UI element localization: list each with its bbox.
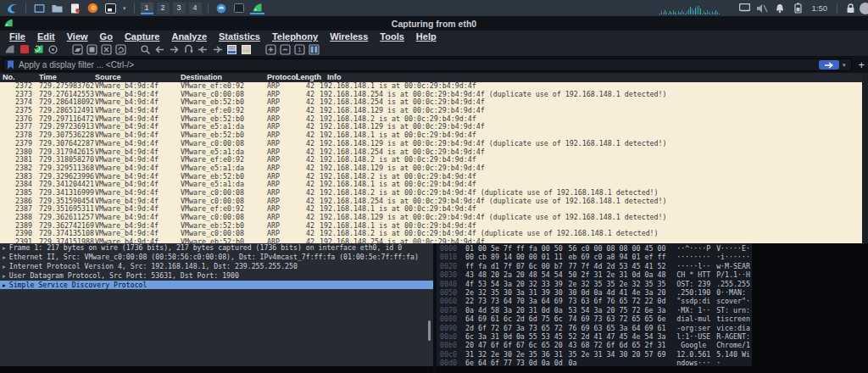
go-forward-button[interactable] <box>167 43 181 56</box>
main-toolbar: 1 <box>0 42 868 57</box>
clock: 1:50 <box>812 3 828 13</box>
workspace-4[interactable]: 4 <box>189 3 202 14</box>
menu-analyze[interactable]: Analyze <box>171 31 207 42</box>
screenshot-icon[interactable] <box>103 2 118 14</box>
menu-wireless[interactable]: Wireless <box>330 31 368 42</box>
bookmark-icon[interactable] <box>7 58 14 73</box>
hex-row[interactable]: 00404f 53 54 3a 20 32 33 392e 32 35 35 2… <box>437 280 752 288</box>
column-header-no[interactable]: No. <box>3 73 15 82</box>
text-editor-icon[interactable] <box>68 2 82 14</box>
save-capture-button[interactable] <box>85 43 99 56</box>
menu-edit[interactable]: Edit <box>37 31 55 42</box>
stop-capture-button[interactable] <box>17 43 31 56</box>
menu-file[interactable]: File <box>9 31 25 42</box>
detail-tree-row[interactable]: ▸Frame 1: 217 bytes on wire (1736 bits),… <box>0 243 433 253</box>
hex-row[interactable]: 00c031 32 2e 30 2e 35 36 3135 2e 31 34 3… <box>437 350 752 359</box>
menu-go[interactable]: Go <box>100 31 113 42</box>
go-back-button[interactable] <box>153 43 167 56</box>
auto-scroll-button[interactable] <box>225 43 239 56</box>
firefox-icon[interactable] <box>86 2 100 14</box>
column-header-destination[interactable]: Destination <box>181 73 222 82</box>
battery-icon[interactable] <box>791 2 805 14</box>
hex-row[interactable]: 00b020 47 6f 6f 67 6c 65 2043 68 72 6f 6… <box>437 341 752 349</box>
hex-row[interactable]: 00d06e 64 6f 77 73 0d 0a 0d0andows···· <box>437 359 752 366</box>
hex-row[interactable]: 00502e 32 35 30 3a 31 39 3030 0d 0a 4d 4… <box>437 288 752 297</box>
zoom-in-button[interactable] <box>264 43 278 56</box>
display-icon[interactable] <box>737 2 752 14</box>
taskbar-separator <box>134 3 135 14</box>
wireshark-icon[interactable] <box>250 2 264 14</box>
window-titlebar[interactable]: Capturing from eth0 <box>0 16 868 31</box>
expand-arrow-icon[interactable]: ▸ <box>3 281 6 289</box>
packet-details-pane: ▸Frame 1: 217 bytes on wire (1736 bits),… <box>0 243 433 366</box>
details-scrollbar[interactable] <box>428 320 431 341</box>
app-window-icon[interactable] <box>232 2 247 14</box>
workspace-1[interactable]: 1 <box>141 3 153 14</box>
detail-tree-row[interactable]: ▸Internet Protocol Version 4, Src: 192.1… <box>0 262 433 271</box>
go-last-button[interactable] <box>210 43 225 56</box>
kali-logo[interactable] <box>5 2 19 14</box>
close-capture-button[interactable] <box>99 43 114 56</box>
detail-tree-row[interactable]: ▸User Datagram Protocol, Src Port: 53631… <box>0 271 433 281</box>
bell-icon[interactable] <box>773 2 787 14</box>
menu-tools[interactable]: Tools <box>380 31 404 42</box>
column-header-length[interactable]: Length <box>296 73 321 82</box>
hex-row[interactable]: 00902d 6f 72 67 3a 73 65 7276 69 63 65 3… <box>437 324 752 332</box>
taskbar-separator <box>208 3 209 14</box>
detail-tree-row[interactable]: ▸Simple Service Discovery Protocol <box>0 281 433 290</box>
restart-capture-button[interactable] <box>31 43 46 56</box>
expand-arrow-icon[interactable]: ▸ <box>3 244 6 252</box>
detail-tree-row[interactable]: ▸Ethernet II, Src: VMware_c0:00:08 (00:5… <box>0 253 433 262</box>
capture-options-button[interactable] <box>46 43 60 56</box>
go-first-button[interactable] <box>196 43 210 56</box>
screenshot-dropdown-caret[interactable]: ▾ <box>123 5 126 12</box>
hex-row[interactable]: 003043 48 20 2a 20 48 54 5450 2f 31 2e 3… <box>437 270 752 279</box>
hex-row[interactable]: 000001 00 5e 7f ff fa 00 5056 c0 00 08 0… <box>437 244 752 253</box>
hex-row[interactable]: 006022 73 73 64 70 3a 64 6973 63 6f 76 6… <box>437 297 752 305</box>
apply-filter-button[interactable] <box>819 60 839 70</box>
hex-row[interactable]: 008064 69 61 6c 2d 6d 75 6c74 69 73 63 7… <box>437 315 752 323</box>
hex-row[interactable]: 00a06c 3a 31 0d 0a 55 53 4552 2d 41 47 4… <box>437 332 752 341</box>
hex-row[interactable]: 0020ff fa d1 7f 07 6c 00 b777 7f 4d 2d 5… <box>437 262 752 270</box>
workspace-2[interactable]: 2 <box>157 3 170 14</box>
reload-capture-button[interactable] <box>114 43 128 56</box>
column-header-protocol[interactable]: Protocol <box>267 73 298 82</box>
menu-statistics[interactable]: Statistics <box>219 31 260 42</box>
menu-capture[interactable]: Capture <box>125 31 160 42</box>
files-icon[interactable] <box>50 2 64 14</box>
user-avatar-icon[interactable] <box>860 3 868 14</box>
display-filter-input[interactable]: Apply a display filter ... <Ctrl-/> ▾ <box>3 58 852 71</box>
go-to-packet-button[interactable] <box>181 43 196 56</box>
find-packet-button[interactable] <box>138 43 153 56</box>
desktop: ▾ 1234 1:50 <box>0 0 868 373</box>
menu-help[interactable]: Help <box>416 31 437 42</box>
zoom-out-button[interactable] <box>278 43 292 56</box>
expand-arrow-icon[interactable]: ▸ <box>3 253 6 261</box>
menu-view[interactable]: View <box>67 31 88 42</box>
column-header-source[interactable]: Source <box>95 73 121 82</box>
add-filter-button[interactable]: + <box>858 59 865 70</box>
taskbar-separator <box>837 3 837 14</box>
zoom-original-button[interactable]: 1 <box>292 43 307 56</box>
browser-icon[interactable] <box>214 2 229 14</box>
colorize-button[interactable] <box>239 43 253 56</box>
volume-muted-icon[interactable] <box>755 2 770 14</box>
terminal-icon[interactable] <box>32 2 47 14</box>
resize-columns-button[interactable] <box>307 43 321 56</box>
hex-row[interactable]: 001000 cb 89 14 00 00 01 11eb 69 c0 a8 9… <box>437 253 752 261</box>
open-capture-button[interactable] <box>70 43 85 56</box>
start-capture-button[interactable] <box>3 43 17 56</box>
packet-bytes-pane: 000001 00 5e 7f ff fa 00 5056 c0 00 08 0… <box>437 243 752 366</box>
expand-arrow-icon[interactable]: ▸ <box>3 272 6 280</box>
hex-row[interactable]: 00700a 4d 58 3a 20 31 0d 0a53 54 3a 20 7… <box>437 306 752 315</box>
menu-bar: FileEditViewGoCaptureAnalyzeStatisticsTe… <box>0 31 868 42</box>
lock-icon[interactable] <box>843 2 858 14</box>
column-header-info[interactable]: Info <box>327 73 342 82</box>
menu-telephony[interactable]: Telephony <box>272 31 318 42</box>
svg-text:1: 1 <box>298 46 302 53</box>
filter-dropdown-caret[interactable]: ▾ <box>843 62 846 69</box>
expand-arrow-icon[interactable]: ▸ <box>3 263 6 270</box>
workspace-3[interactable]: 3 <box>173 3 186 14</box>
column-header-time[interactable]: Time <box>39 73 57 82</box>
packet-list-scrollbar[interactable] <box>862 73 868 243</box>
